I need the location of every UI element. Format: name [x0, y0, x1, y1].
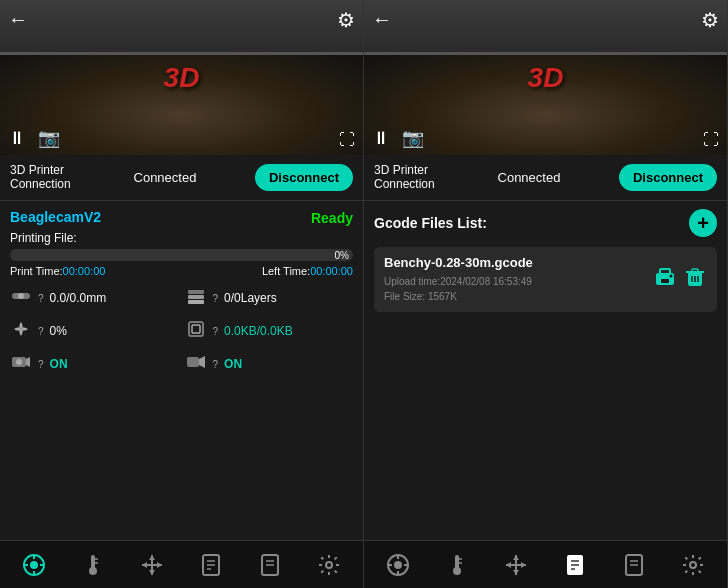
nav-settings-left[interactable] [309, 545, 349, 585]
disconnect-button-right[interactable]: Disconnect [619, 164, 717, 191]
gcode-file-info: Benchy-0.28-30m.gcode Upload time:2024/0… [384, 255, 645, 304]
svg-point-1 [18, 293, 24, 299]
layers-value: 0/0Layers [224, 291, 277, 305]
time-row: Print Time:00:00:00 Left Time:00:00:00 [10, 265, 353, 277]
svg-rect-6 [189, 322, 203, 336]
expand-button-left[interactable]: ⛶ [339, 131, 355, 149]
layers-question: ? [213, 293, 219, 304]
svg-marker-61 [506, 562, 511, 568]
svg-marker-26 [149, 570, 155, 575]
svg-point-20 [89, 567, 97, 575]
right-content-area: Gcode Files List: + Benchy-0.28-30m.gcod… [364, 201, 727, 540]
expand-button-right[interactable]: ⛶ [703, 131, 719, 149]
camera-view-left: 3D ← ⚙ ⏸ 📷 ⛶ [0, 0, 363, 155]
svg-point-36 [326, 562, 332, 568]
connection-label-left: 3D PrinterConnection [10, 163, 75, 192]
gcode-file-size: File Size: 1567K [384, 289, 645, 304]
on-status-row: ? ON ? ON [10, 351, 353, 378]
print-file-button[interactable] [653, 265, 677, 294]
print-time-label: Print Time:00:00:00 [10, 265, 105, 277]
gcode-header: Gcode Files List: + [374, 209, 717, 237]
svg-rect-4 [188, 300, 204, 304]
nav-dashboard-right[interactable] [378, 545, 418, 585]
stats-grid: ? 0.0/0.0mm ? 0/0Layers [10, 285, 353, 345]
left-panel: 3D ← ⚙ ⏸ 📷 ⛶ 3D PrinterConnection Connec… [0, 0, 364, 588]
svg-rect-38 [660, 269, 670, 275]
back-button-right[interactable]: ← [372, 8, 392, 31]
fan-question: ? [38, 326, 44, 337]
fan-value: 0% [50, 324, 67, 338]
svg-rect-53 [455, 555, 459, 569]
svg-rect-19 [91, 555, 95, 569]
camera-controls-right: ⏸ 📷 [372, 127, 424, 149]
right-panel: 3D ← ⚙ ⏸ 📷 ⛶ 3D PrinterConnection Connec… [364, 0, 728, 588]
svg-marker-59 [513, 555, 519, 560]
material-question: ? [213, 326, 219, 337]
bottom-nav-left [0, 540, 363, 588]
svg-point-40 [670, 274, 673, 277]
nav-slicing-right[interactable] [614, 545, 654, 585]
camera-3d-label-left: 3D [164, 62, 200, 94]
connection-label-right: 3D PrinterConnection [374, 163, 439, 192]
gcode-file-actions [653, 265, 707, 294]
stat-material: ? 0.0KB/0.0KB [185, 318, 354, 345]
svg-marker-12 [199, 356, 205, 368]
nav-dashboard-left[interactable] [14, 545, 54, 585]
nav-temp-right[interactable] [437, 545, 477, 585]
layers-icon [185, 285, 207, 312]
svg-point-54 [453, 567, 461, 575]
printer-name-row: BeaglecamV2 Ready [10, 209, 353, 227]
nav-temp-left[interactable] [73, 545, 113, 585]
gcode-title: Gcode Files List: [374, 215, 487, 231]
stat-fan: ? 0% [10, 318, 179, 345]
ready-status: Ready [311, 210, 353, 226]
svg-rect-39 [661, 279, 669, 283]
svg-point-14 [30, 561, 38, 569]
printing-file-label: Printing File: [10, 231, 353, 245]
gcode-file-item: Benchy-0.28-30m.gcode Upload time:2024/0… [374, 247, 717, 312]
settings-button-left[interactable]: ⚙ [337, 8, 355, 32]
fan-icon [10, 318, 32, 345]
snapshot-button-left[interactable]: 📷 [38, 127, 60, 149]
material-icon [185, 318, 207, 345]
stat-layers: ? 0/0Layers [185, 285, 354, 312]
left-content-area: BeaglecamV2 Ready Printing File: 0% Prin… [0, 201, 363, 540]
camera-on-question: ? [38, 359, 44, 370]
pause-button-right[interactable]: ⏸ [372, 128, 390, 149]
stat-video-on: ? ON [185, 351, 354, 378]
connection-bar-left: 3D PrinterConnection Connected Disconnec… [0, 155, 363, 201]
nav-settings-right[interactable] [673, 545, 713, 585]
svg-point-9 [16, 359, 22, 365]
connection-bar-right: 3D PrinterConnection Connected Disconnec… [364, 155, 727, 201]
nav-slicing-left[interactable] [250, 545, 290, 585]
movement-icon [10, 285, 32, 312]
material-value: 0.0KB/0.0KB [224, 324, 293, 338]
svg-rect-3 [188, 295, 204, 299]
left-time-label: Left Time:00:00:00 [262, 265, 353, 277]
nav-move-left[interactable] [132, 545, 172, 585]
add-gcode-button[interactable]: + [689, 209, 717, 237]
disconnect-button-left[interactable]: Disconnect [255, 164, 353, 191]
camera-controls-left: ⏸ 📷 [8, 127, 60, 149]
progress-percent: 0% [335, 249, 349, 260]
movement-value: 0.0/0.0mm [50, 291, 107, 305]
svg-rect-7 [192, 325, 200, 333]
svg-marker-25 [149, 555, 155, 560]
snapshot-button-right[interactable]: 📷 [402, 127, 424, 149]
camera-on-value: ON [50, 357, 68, 371]
camera-3d-label-right: 3D [528, 62, 564, 94]
video-on-icon [185, 351, 207, 378]
back-button-left[interactable]: ← [8, 8, 28, 31]
gcode-filename: Benchy-0.28-30m.gcode [384, 255, 645, 270]
nav-files-left[interactable] [191, 545, 231, 585]
nav-files-right[interactable] [555, 545, 595, 585]
nav-move-right[interactable] [496, 545, 536, 585]
connection-status-left: Connected [83, 170, 247, 185]
stat-movement: ? 0.0/0.0mm [10, 285, 179, 312]
gcode-upload-time: Upload time:2024/02/08 16:53:49 [384, 274, 645, 289]
settings-button-right[interactable]: ⚙ [701, 8, 719, 32]
camera-view-right: 3D ← ⚙ ⏸ 📷 ⛶ [364, 0, 727, 155]
stat-camera-on: ? ON [10, 351, 179, 378]
pause-button-left[interactable]: ⏸ [8, 128, 26, 149]
delete-file-button[interactable] [683, 265, 707, 294]
